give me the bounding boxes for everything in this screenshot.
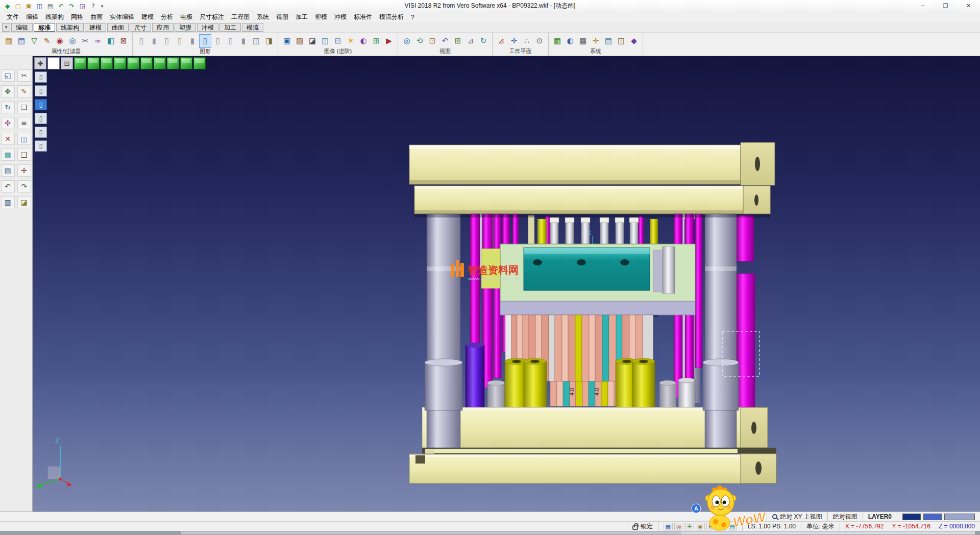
rotate-view-icon[interactable]: ⟲ (413, 34, 426, 48)
close-button[interactable]: ✕ (957, 0, 980, 12)
zoom-window-icon[interactable]: ◱ (1, 69, 15, 82)
filter-solids-icon[interactable]: ▯ (35, 127, 47, 138)
open-file-icon[interactable]: ▣ (23, 1, 34, 11)
snapshot-icon[interactable]: ⊞ (370, 34, 382, 48)
menu-analysis[interactable]: 分析 (157, 13, 177, 21)
link-attributes-icon[interactable]: ∞ (92, 34, 104, 48)
top-clamp-plate[interactable] (409, 142, 775, 185)
tab-standard[interactable]: 标准 (34, 23, 55, 32)
system-info-icon[interactable]: ◆ (628, 34, 640, 48)
layer-color-swatch-light[interactable] (923, 514, 942, 520)
redraw-icon[interactable]: ↻ (477, 34, 489, 48)
trim-filter-icon[interactable]: ✂ (79, 34, 91, 48)
tab-flow[interactable]: 模流 (242, 23, 263, 32)
dynamic-section-icon[interactable]: ▯ (199, 34, 211, 48)
help-icon[interactable]: ? (88, 1, 99, 11)
texture-map-icon[interactable]: ▨ (293, 34, 306, 48)
tab-surface[interactable]: 曲面 (107, 23, 129, 32)
print-side-icon[interactable]: ▥ (1, 196, 15, 208)
perspective-icon[interactable]: ⊿ (464, 34, 477, 48)
clip-plane-icon[interactable]: ◫ (250, 34, 262, 48)
tab-dropdown-icon[interactable]: ▾ (2, 23, 10, 32)
units-indicator[interactable]: 单位: 毫米 (801, 522, 840, 531)
view-left-icon[interactable] (140, 57, 153, 69)
previous-view-icon[interactable]: ↶ (439, 34, 451, 48)
menu-file[interactable]: 文件 (3, 13, 22, 21)
menu-moldflow[interactable]: 模流分析 (376, 13, 407, 21)
save-icon[interactable]: ◫ (34, 1, 45, 11)
quickbar-dropdown-icon[interactable]: ▾ (99, 4, 106, 9)
view-iso-nw-icon[interactable] (180, 57, 192, 69)
view-top-icon[interactable] (87, 57, 100, 69)
copy-attributes-icon[interactable]: ◧ (105, 34, 117, 48)
tab-dimension[interactable]: 尺寸 (130, 23, 151, 32)
view-front-icon[interactable] (114, 57, 126, 69)
menu-solid-edit[interactable]: 实体编辑 (106, 13, 138, 21)
layer-color-swatch-gray[interactable] (944, 514, 975, 520)
menu-surface[interactable]: 曲面 (87, 13, 106, 21)
ortho-icon[interactable]: ⊞ (706, 523, 716, 530)
screenshot-icon[interactable]: ◲ (77, 1, 88, 11)
filter-type-icon[interactable]: ▽ (28, 34, 40, 48)
menu-standard-parts[interactable]: 标准件 (350, 13, 376, 21)
bottom-scrollbar[interactable] (0, 531, 980, 535)
multi-viewport-icon[interactable]: ⊞ (452, 34, 464, 48)
redo-side-icon[interactable]: ↷ (17, 180, 31, 192)
section-z-icon[interactable]: ▮ (237, 34, 250, 48)
filter-annotations-icon[interactable]: ▯ (35, 140, 47, 152)
view-back-icon[interactable] (127, 57, 139, 69)
layer-color-swatch-dark[interactable] (902, 514, 921, 520)
attribute-brush-icon[interactable]: ✎ (41, 34, 53, 48)
section-x-icon[interactable]: ▯ (212, 34, 224, 48)
paint-attributes-icon[interactable]: ✣ (1, 117, 15, 129)
lock-toggle[interactable]: 锁定 (627, 522, 658, 531)
workplane-reset-icon[interactable]: ⊙ (533, 34, 546, 48)
scale-indicator[interactable]: LS: 1.00 PS: 1.00 (742, 522, 801, 531)
selection-mask-icon[interactable]: ◉ (54, 34, 66, 48)
view-reference-indicator[interactable]: 绝对视图 (827, 512, 863, 521)
app-logo-icon[interactable]: ◆ (2, 1, 13, 11)
view-iso-ne-icon[interactable] (167, 57, 179, 69)
group-icon[interactable]: ❑ (17, 149, 31, 161)
edit-entity-icon[interactable]: ✎ (17, 85, 31, 98)
menu-dimension[interactable]: 尺寸标注 (196, 13, 228, 21)
menu-drawing[interactable]: 工程图 (228, 13, 253, 21)
view-mode-indicator[interactable]: 绝对 XY 上视图 (767, 512, 827, 521)
viewport[interactable]: ✥⊡ ▯▯▯▯▯▯ (33, 56, 980, 512)
tab-modeling[interactable]: 建模 (85, 23, 106, 32)
reflection-icon[interactable]: ◫ (319, 34, 331, 48)
tab-mold[interactable]: 塑膜 (175, 23, 196, 32)
delete-icon[interactable]: ✕ (1, 133, 15, 145)
menu-system[interactable]: 系统 (253, 13, 273, 21)
shading-on-icon[interactable]: ▮ (148, 34, 160, 48)
wireframe-icon[interactable]: ▯ (174, 34, 186, 48)
attribute-layer-icon[interactable]: ▤ (15, 34, 28, 48)
tracking-icon[interactable]: ✛ (685, 523, 694, 530)
zoom-dynamic-icon[interactable]: ◎ (401, 34, 413, 48)
ghost-view-icon[interactable]: ▮ (186, 34, 199, 48)
system-colors-icon[interactable]: ▦ (551, 34, 564, 48)
layer-quick-icon[interactable]: ▤ (728, 523, 737, 530)
reset-graphics-icon[interactable]: ◨ (263, 34, 275, 48)
menu-help[interactable]: ? (407, 14, 418, 21)
layers-panel-icon[interactable]: ▤ (1, 164, 15, 177)
menu-wireframe[interactable]: 线架构 (42, 13, 67, 21)
measure-icon[interactable]: ≡ (17, 117, 31, 129)
view-iso-icon[interactable] (74, 57, 86, 69)
material-icon[interactable]: ◐ (357, 34, 370, 48)
snap-grid-icon[interactable]: ▦ (664, 523, 673, 530)
viewport-canvas[interactable]: Z (33, 56, 980, 512)
attribute-color-icon[interactable]: ▦ (3, 34, 15, 48)
menu-mesh[interactable]: 网格 (67, 13, 87, 21)
system-database-icon[interactable]: ◫ (615, 34, 627, 48)
erase-attributes-icon[interactable]: ⊠ (117, 34, 130, 48)
menu-modeling[interactable]: 建模 (138, 13, 157, 21)
minimize-button[interactable]: ─ (911, 0, 934, 12)
copy-entity-icon[interactable]: ❏ (17, 101, 31, 113)
osnap-icon[interactable]: ◉ (696, 523, 705, 530)
array-icon[interactable]: ▦ (1, 149, 15, 161)
zoom-fit-icon[interactable]: ⊡ (426, 34, 438, 48)
lighting-icon[interactable]: ✶ (345, 34, 357, 48)
tab-application[interactable]: 应用 (152, 23, 174, 32)
redo-icon[interactable]: ↷ (66, 1, 77, 11)
